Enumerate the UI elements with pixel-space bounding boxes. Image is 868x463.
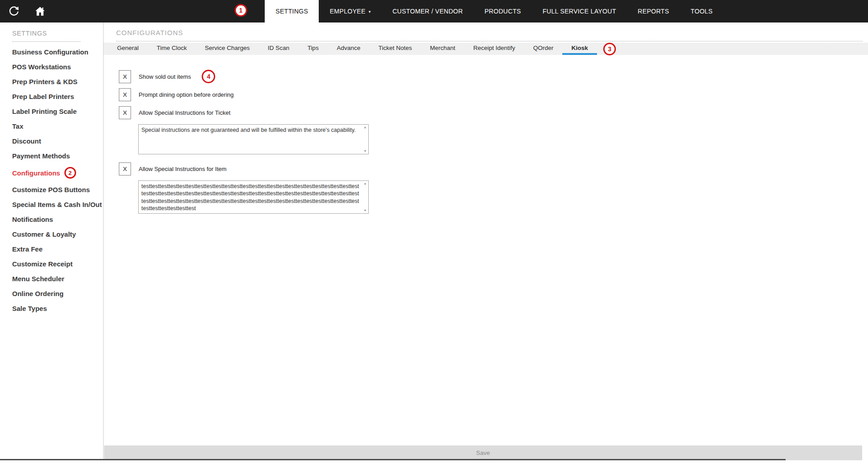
tab-qorder[interactable]: QOrder [524, 43, 562, 55]
sidebar-item-configurations[interactable]: Configurations 2 [12, 163, 103, 182]
tab-kiosk[interactable]: Kiosk [562, 43, 597, 55]
tab-label: Time Clock [157, 45, 187, 51]
annotation-circle-4: 4 [202, 70, 215, 83]
scroll-down-icon[interactable]: ▾ [364, 209, 366, 212]
nav-item-products[interactable]: PRODUCTS [474, 0, 532, 22]
sidebar-item-business-configuration[interactable]: Business Configuration [12, 45, 103, 59]
nav-item-reports[interactable]: REPORTS [627, 0, 680, 22]
tab-label: Advance [337, 45, 361, 51]
tab-service-charges[interactable]: Service Charges [196, 43, 259, 55]
scroll-up-icon[interactable]: ▴ [364, 126, 366, 129]
sidebar-item-label: POS Workstations [12, 63, 71, 71]
tab-general[interactable]: General [108, 43, 148, 55]
nav-item-employee[interactable]: EMPLOYEE ▾ [319, 0, 381, 22]
sidebar-item-label: Customer & Loyalty [12, 230, 76, 238]
home-icon [34, 5, 46, 17]
checkbox-label: Allow Special Instructions for Ticket [139, 109, 231, 116]
annotation-circle-1: 1 [235, 4, 247, 17]
tab-time-clock[interactable]: Time Clock [148, 43, 196, 55]
tab-label: Tips [307, 45, 319, 51]
tab-ticket-notes[interactable]: Ticket Notes [369, 43, 421, 55]
sidebar-item-discount[interactable]: Discount [12, 134, 103, 148]
show-sold-out-checkbox[interactable]: X [119, 70, 131, 83]
tab-label: Kiosk [571, 45, 588, 51]
prompt-dining-option-row: X Prompt dining option before ordering [119, 88, 868, 101]
sidebar-item-customize-receipt[interactable]: Customize Receipt [12, 256, 103, 271]
nav-item-tools[interactable]: TOOLS [680, 0, 723, 22]
sidebar-item-label: Customize Receipt [12, 260, 72, 268]
sidebar-item-label: Business Configuration [12, 48, 88, 56]
nav-item-full-service-layout[interactable]: FULL SERVICE LAYOUT [532, 0, 627, 22]
divider [116, 41, 863, 41]
sidebar-heading: SETTINGS [12, 30, 103, 37]
sidebar-item-notifications[interactable]: Notifications [12, 212, 103, 227]
special-instructions-ticket-row: X Allow Special Instructions for Ticket [119, 106, 868, 119]
tab-label: Receipt Identify [473, 45, 515, 51]
sidebar-item-label: Special Items & Cash In/Out [12, 201, 102, 208]
home-button[interactable] [30, 0, 50, 22]
tab-label: Service Charges [205, 45, 250, 51]
save-button[interactable]: Save [104, 445, 862, 460]
scrollbar[interactable]: ▴ ▾ [362, 181, 368, 213]
sidebar-item-prep-label-printers[interactable]: Prep Label Printers [12, 89, 103, 104]
nav-item-customer-vendor[interactable]: CUSTOMER / VENDOR [382, 0, 474, 22]
sidebar-item-label: Configurations [12, 169, 60, 177]
sidebar-item-payment-methods[interactable]: Payment Methods [12, 148, 103, 163]
sidebar-item-customer-loyalty[interactable]: Customer & Loyalty [12, 227, 103, 242]
sidebar-item-label: Extra Fee [12, 245, 43, 253]
checkbox-label: Allow Special Instructions for Item [139, 166, 226, 172]
nav-item-label: FULL SERVICE LAYOUT [542, 8, 616, 15]
sidebar-item-label: Label Printing Scale [12, 108, 77, 115]
scroll-up-icon[interactable]: ▴ [364, 182, 366, 185]
nav-item-label: PRODUCTS [484, 8, 521, 15]
tab-tips[interactable]: Tips [298, 43, 328, 55]
annotation-circle-3: 3 [603, 43, 616, 55]
nav-item-settings[interactable]: SETTINGS [265, 0, 319, 22]
item-instructions-textarea[interactable]: testtesttesttesttesttesttesttesttesttest… [138, 180, 369, 214]
sidebar-item-customize-pos-buttons[interactable]: Customize POS Buttons [12, 182, 103, 197]
tab-merchant[interactable]: Merchant [421, 43, 464, 55]
settings-sidebar: SETTINGS Business Configuration POS Work… [0, 22, 104, 460]
chevron-down-icon: ▾ [369, 9, 371, 14]
kiosk-settings-form: X Show sold out items 4 X Prompt dining … [104, 55, 868, 214]
sidebar-item-special-items-cash[interactable]: Special Items & Cash In/Out [12, 197, 103, 212]
sidebar-item-online-ordering[interactable]: Online Ordering [12, 286, 103, 301]
sidebar-item-label: Prep Printers & KDS [12, 78, 77, 85]
configurations-tab-bar: General Time Clock Service Charges ID Sc… [104, 43, 868, 55]
prompt-dining-option-checkbox[interactable]: X [119, 88, 131, 101]
nav-item-label: TOOLS [691, 8, 713, 15]
sidebar-item-sale-types[interactable]: Sale Types [12, 301, 103, 316]
sidebar-item-label: Sale Types [12, 305, 47, 312]
textarea-text: Special instructions are not guaranteed … [139, 125, 368, 154]
main-content: CONFIGURATIONS General Time Clock Servic… [104, 22, 868, 463]
sidebar-item-label: Discount [12, 137, 41, 145]
textarea-text: testtesttesttesttesttesttesttesttesttest… [139, 181, 368, 213]
sidebar-item-label: Tax [12, 122, 23, 130]
sidebar-item-prep-printers-kds[interactable]: Prep Printers & KDS [12, 74, 103, 89]
nav-menu: SETTINGS EMPLOYEE ▾ CUSTOMER / VENDOR PR… [265, 0, 723, 22]
tab-id-scan[interactable]: ID Scan [259, 43, 298, 55]
refresh-button[interactable] [4, 0, 24, 22]
sidebar-item-menu-scheduler[interactable]: Menu Scheduler [12, 271, 103, 286]
top-nav: 1 SETTINGS EMPLOYEE ▾ CUSTOMER / VENDOR … [0, 0, 868, 22]
sidebar-item-extra-fee[interactable]: Extra Fee [12, 242, 103, 256]
sidebar-item-label: Notifications [12, 216, 53, 223]
tab-label: General [117, 45, 139, 51]
checkbox-label: Prompt dining option before ordering [139, 91, 234, 98]
tab-advance[interactable]: Advance [328, 43, 370, 55]
ticket-instructions-textarea[interactable]: Special instructions are not guaranteed … [138, 124, 369, 154]
tab-label: QOrder [533, 45, 553, 51]
tab-label: ID Scan [268, 45, 289, 51]
divider [0, 459, 786, 460]
show-sold-out-row: X Show sold out items 4 [119, 70, 868, 83]
sidebar-item-tax[interactable]: Tax [12, 119, 103, 134]
sidebar-item-label-printing-scale[interactable]: Label Printing Scale [12, 104, 103, 119]
scrollbar[interactable]: ▴ ▾ [362, 125, 368, 154]
tab-receipt-identify[interactable]: Receipt Identify [464, 43, 524, 55]
sidebar-item-pos-workstations[interactable]: POS Workstations [12, 59, 103, 74]
scroll-down-icon[interactable]: ▾ [364, 149, 366, 153]
divider [12, 41, 81, 42]
special-instructions-item-checkbox[interactable]: X [119, 162, 131, 175]
special-instructions-ticket-checkbox[interactable]: X [119, 106, 131, 119]
refresh-icon [8, 5, 20, 17]
